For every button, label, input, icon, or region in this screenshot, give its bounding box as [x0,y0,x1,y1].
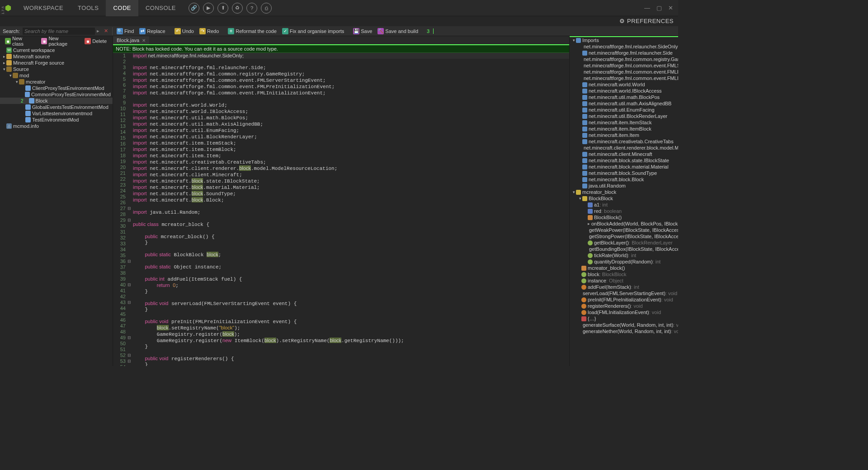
outline-member[interactable]: ▸onBlockAdded(World, BlockPos, IBlockSta… [570,221,678,227]
outline-import[interactable]: net.minecraftforge.fml.common.registry.G… [570,56,678,62]
maximize-button[interactable]: ▢ [654,4,664,12]
play-button[interactable]: ▶ [203,3,214,14]
btn-replace[interactable]: ⇄Replace [137,27,167,36]
search-label: Search: [0,28,23,34]
outline-inner-class[interactable]: ▾BlockBlock [570,195,678,202]
outline-member[interactable]: getStrongPower(IBlockState, IBlockAccess… [570,233,678,240]
btn-reformat-the-code[interactable]: ≡Reformat the code [226,27,279,36]
btn-fix-and-organise-imports[interactable]: ✓Fix and organise imports [280,27,346,36]
action-delete[interactable]: ■Delete [82,37,109,46]
outline-import[interactable]: net.minecraft.util.EnumFacing [570,107,678,113]
outline-import[interactable]: net.minecraft.block.Block [570,176,678,183]
outline-import[interactable]: net.minecraftforge.fml.common.event.FMLI… [570,75,678,81]
btn-undo[interactable]: ↶Undo [172,27,196,36]
outline-member[interactable]: a1 : int [570,202,678,208]
help-button[interactable]: ? [246,3,257,14]
tab-console[interactable]: CONSOLE [138,0,183,16]
outline-member[interactable]: generateSurface(World, Random, int, int)… [570,322,678,328]
outline-panel: 4▾Importsnet.minecraftforge.fml.relaunch… [570,36,678,366]
titlebar: 1.7.5 ⬢ WORKSPACETOOLSCODECONSOLE 🔗▶⬆♻?⎙… [0,0,678,16]
outline-import[interactable]: net.minecraft.block.SoundType [570,170,678,176]
outline-import[interactable]: net.minecraft.world.IBlockAccess [570,88,678,94]
link-button[interactable]: 🔗 [189,3,199,14]
outline-member[interactable]: getWeakPower(IBlockState, IBlockAccess, [570,227,678,233]
editor-tabs: Block.java ✕ [113,36,569,45]
outline-member[interactable]: getBoundingBox(IBlockState, IBlockAccess… [570,246,678,252]
outline-imports[interactable]: ▾Imports [570,37,678,43]
outline-import[interactable]: java.util.Random [570,183,678,189]
tree-mod[interactable]: ▾mod [0,72,113,79]
sidebar-actions: ■New class■New package■Delete [0,36,113,46]
outline-import[interactable]: net.minecraft.creativetab.CreativeTabs [570,138,678,145]
outline-member[interactable]: generateNether(World, Random, int, int) … [570,328,678,334]
outline-member[interactable]: tickRate(World) : int [570,252,678,258]
circle-buttons: 🔗▶⬆♻?⎙ [189,3,272,14]
outline-import[interactable]: net.minecraft.block.material.Material [570,164,678,170]
action-new-class[interactable]: ■New class [3,37,35,46]
search-input[interactable] [23,28,95,35]
outline-import[interactable]: net.minecraft.util.math.BlockPos [570,94,678,100]
tree-mcmod.info[interactable]: △mcmod.info [0,123,113,129]
tab-code[interactable]: CODE [106,0,138,16]
outline-import[interactable]: net.minecraftforge.fml.common.event.FMLP… [570,69,678,75]
search-go-icon[interactable]: ▸ [97,28,103,34]
outline-class[interactable]: ▾mcreator_block [570,189,678,195]
btn-save-and-build[interactable]: 🔨Save and build [375,27,420,36]
tree-globaleventstestenvironmentmod[interactable]: GlobalEventsTestEnvironmentMod [0,104,113,110]
action-new-package[interactable]: ■New package [39,37,79,46]
outline-import[interactable]: net.minecraft.client.renderer.block.mode… [570,145,678,151]
outline-member[interactable]: BlockBlock() [570,214,678,221]
outline-member[interactable]: quantityDropped(Random) : int [570,258,678,265]
tree-source[interactable]: ▾Source [0,66,113,72]
outline-import[interactable]: net.minecraftforge.fml.relauncher.SideOn… [570,43,678,50]
outline-member[interactable]: getBlockLayer() : BlockRenderLayer [570,240,678,246]
recycle-button[interactable]: ♻ [232,3,243,14]
outline-member[interactable]: instance : Object [570,277,678,284]
tree-mcreator[interactable]: ▾mcreator [0,79,113,85]
minimize-button[interactable]: — [642,4,652,12]
outline-member[interactable]: addFuel(ItemStack) : int [570,284,678,290]
outline-member[interactable]: preInit(FMLPreInitializationEvent) : voi… [570,296,678,303]
outline-import[interactable]: net.minecraft.item.ItemStack [570,119,678,126]
outline-import[interactable]: net.minecraft.util.BlockRenderLayer [570,113,678,119]
btn-redo[interactable]: ↷Redo [197,27,221,36]
outline-import[interactable]: net.minecraftforge.fml.common.event.FMLS… [570,62,678,69]
outline-member[interactable]: load(FMLInitializationEvent) : void [570,309,678,315]
outline-import[interactable]: net.minecraftforge.fml.relauncher.Side [570,50,678,56]
main-tabs: WORKSPACETOOLSCODECONSOLE [16,0,183,16]
outline-member[interactable]: mcreator_block() [570,265,678,271]
tree-testenvironmentmod[interactable]: TestEnvironmentMod [0,117,113,123]
outline-member[interactable]: red : boolean [570,208,678,214]
tree-clientproxytestenvironmentmod[interactable]: ClientProxyTestEnvironmentMod [0,85,113,91]
search-clear-icon[interactable]: ✕ [104,28,110,34]
outline-member[interactable]: block : BlockBlock [570,271,678,277]
outline-import[interactable]: net.minecraft.world.World [570,81,678,88]
tab-tools[interactable]: TOOLS [71,0,106,16]
tree-commonproxytestenvironmentmod[interactable]: CommonProxyTestEnvironmentMod [0,91,113,98]
editor-tab[interactable]: Block.java ✕ [113,36,149,44]
outline-import[interactable]: net.minecraft.item.ItemBlock [570,126,678,132]
outline-member[interactable]: {…} [570,315,678,322]
outline-import[interactable]: net.minecraft.util.math.AxisAlignedBB [570,100,678,107]
outline-member[interactable]: serverLoad(FMLServerStartingEvent) : voi… [570,290,678,296]
tree-varlisttestenvironmentmod[interactable]: VarListtestenvironmentmod [0,110,113,117]
file-tree: WCurrent workspace▸Minecraft source▸Mine… [0,46,113,366]
tree-minecraft-source[interactable]: ▸Minecraft source [0,53,113,60]
upload-button[interactable]: ⬆ [217,3,228,14]
tree-minecraft-forge-source[interactable]: ▸Minecraft Forge source [0,60,113,66]
tab-workspace[interactable]: WORKSPACE [16,0,71,16]
gear-icon: ⚙ [619,18,625,24]
print-button[interactable]: ⎙ [261,3,272,14]
preferences-link[interactable]: ⚙PREFERENCES [0,16,678,26]
outline-import[interactable]: net.minecraft.client.Minecraft [570,151,678,157]
outline-import[interactable]: net.minecraft.item.Item [570,132,678,138]
close-button[interactable]: ✕ [666,4,675,12]
outline-member[interactable]: registerRenderers() : void [570,303,678,309]
btn-find[interactable]: 🔍Find [114,27,136,36]
btn-save[interactable]: 💾Save [351,27,374,36]
tab-close-icon[interactable]: ✕ [142,38,146,43]
outline-import[interactable]: net.minecraft.block.state.IBlockState [570,157,678,164]
tree-block[interactable]: 2Block [0,98,113,104]
code-area[interactable]: 1234567891011121314151617181920212223242… [113,53,569,366]
tree-current-workspace[interactable]: WCurrent workspace [0,47,113,53]
